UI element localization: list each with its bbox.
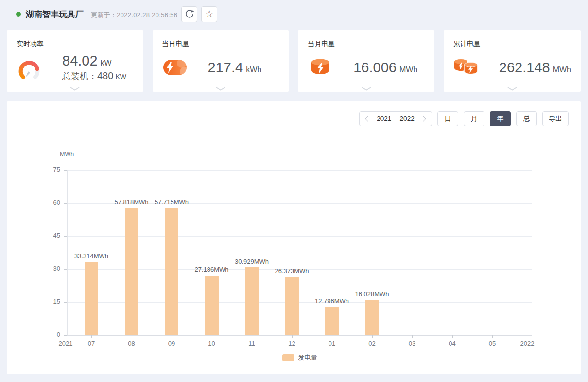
- bar-value-label: 12.796MWh: [305, 298, 359, 305]
- x-axis-tick: [492, 335, 493, 338]
- bar-value-label: 57.715MWh: [145, 199, 198, 206]
- legend-label: 发电量: [298, 353, 317, 362]
- stat-cards-row: 实时功率 84.0: [7, 30, 581, 92]
- card-title: 实时功率: [17, 40, 134, 49]
- refresh-button[interactable]: [181, 6, 197, 22]
- bar[interactable]: [245, 267, 259, 335]
- card-values: 84.02kW 总装机：480KW: [62, 53, 126, 82]
- card-expand-button[interactable]: [361, 86, 372, 91]
- card-title: 累计电量: [453, 40, 571, 49]
- stat-card-total-energy: 累计电量: [444, 30, 581, 92]
- x-axis-tick: [172, 335, 172, 338]
- bar[interactable]: [85, 262, 98, 335]
- daily-energy-value: 217.4: [208, 60, 243, 75]
- gauge-icon: [17, 55, 42, 80]
- x-tick-label: 07: [77, 340, 106, 347]
- stat-card-daily-energy: 当日电量: [153, 30, 289, 92]
- card-expand-button[interactable]: [507, 86, 518, 91]
- card-expand-button[interactable]: [69, 86, 80, 91]
- refresh-icon: [184, 9, 195, 19]
- header: 湖南智丰玩具厂 更新于：2022.02.28 20:56:56 ☆: [0, 0, 588, 28]
- card-values: 262.148MWh: [499, 60, 571, 76]
- bar-value-label: 16.028MWh: [346, 290, 399, 298]
- monthly-energy-value: 16.006: [353, 60, 397, 75]
- power-value: 84.02: [62, 53, 98, 68]
- stat-card-monthly-energy: 当月电量 16.006MWh: [298, 30, 434, 92]
- energy-cylinder-icon: [308, 55, 333, 80]
- x-axis-tick: [252, 335, 252, 338]
- y-tick-label: 30: [35, 265, 60, 272]
- bar-chart: 015304560750733.314MWh0857.818MWh0957.71…: [7, 101, 581, 374]
- online-status-dot: [16, 12, 21, 17]
- x-axis-tick: [292, 335, 293, 338]
- y-tick-label: 60: [35, 199, 60, 206]
- y-tick-label: 0: [35, 331, 60, 338]
- x-axis-tick: [212, 335, 212, 338]
- x-axis-year-label: 2022: [513, 340, 542, 347]
- card-values: 16.006MWh: [353, 60, 417, 76]
- bar-value-label: 26.373MWh: [265, 267, 319, 275]
- total-energy-value: 262.148: [499, 60, 550, 75]
- chevron-down-icon: [507, 86, 518, 91]
- card-body: 262.148MWh: [453, 51, 571, 83]
- x-tick-label: 03: [398, 340, 427, 347]
- x-axis-tick: [452, 335, 453, 338]
- x-tick-label: 10: [197, 340, 226, 347]
- chevron-down-icon: [69, 86, 80, 91]
- card-body: 16.006MWh: [308, 51, 425, 83]
- y-axis-tick: [64, 335, 67, 336]
- x-tick-label: 04: [438, 340, 467, 347]
- installed-capacity-label: 总装机：: [62, 71, 97, 81]
- y-tick-label: 75: [35, 166, 60, 173]
- bar[interactable]: [365, 300, 379, 335]
- card-title: 当月电量: [308, 40, 425, 49]
- x-axis-tick: [132, 335, 132, 338]
- installed-capacity-unit: KW: [115, 73, 126, 81]
- x-axis-year-label: 2021: [51, 340, 80, 347]
- x-axis-tick: [412, 335, 413, 338]
- power-unit: kW: [101, 59, 112, 67]
- x-tick-label: 09: [157, 340, 186, 347]
- x-axis-tick: [332, 335, 332, 338]
- x-tick-label: 11: [237, 340, 266, 347]
- card-body: 217.4kWh: [162, 51, 279, 83]
- card-values: 217.4kWh: [208, 60, 262, 76]
- energy-cylinders-icon: [453, 55, 479, 80]
- x-tick-label: 01: [317, 340, 346, 347]
- chevron-down-icon: [215, 86, 226, 91]
- generation-chart-card: 2021— 2022 日月年总导出 MWh 015304560750733.31…: [7, 101, 581, 374]
- bar-value-label: 27.186MWh: [185, 266, 239, 273]
- legend-swatch: [282, 354, 294, 361]
- favorite-button[interactable]: ☆: [201, 6, 217, 22]
- y-tick-label: 45: [35, 232, 60, 239]
- monthly-energy-unit: MWh: [399, 66, 417, 74]
- bar[interactable]: [125, 208, 138, 335]
- dashboard-page: 湖南智丰玩具厂 更新于：2022.02.28 20:56:56 ☆ 实时功率: [0, 0, 588, 382]
- x-tick-label: 08: [117, 340, 146, 347]
- grid-line: [67, 170, 532, 171]
- x-tick-label: 12: [277, 340, 307, 347]
- installed-capacity-line: 总装机：480KW: [62, 70, 126, 82]
- bar[interactable]: [165, 208, 178, 335]
- star-icon: ☆: [205, 9, 213, 18]
- x-tick-label: 02: [358, 340, 387, 347]
- value-line: 84.02kW: [62, 53, 126, 69]
- bar[interactable]: [205, 276, 219, 335]
- plant-title: 湖南智丰玩具厂: [26, 9, 84, 20]
- card-expand-button[interactable]: [215, 86, 226, 91]
- chevron-down-icon: [361, 86, 372, 91]
- bar-value-label: 33.314MWh: [65, 252, 118, 260]
- card-title: 当日电量: [162, 40, 279, 49]
- bar[interactable]: [285, 277, 299, 335]
- x-axis-line: [67, 335, 532, 336]
- y-tick-label: 15: [35, 298, 60, 305]
- legend-item[interactable]: 发电量: [67, 353, 532, 362]
- daily-energy-unit: kWh: [246, 66, 261, 74]
- updated-timestamp: 更新于：2022.02.28 20:56:56: [91, 11, 177, 19]
- bar[interactable]: [325, 307, 339, 335]
- x-tick-label: 05: [478, 340, 507, 347]
- bar-value-label: 30.929MWh: [225, 258, 278, 265]
- x-axis-tick: [91, 335, 92, 338]
- total-energy-unit: MWh: [553, 66, 571, 74]
- bolt-capsule-icon: [162, 55, 188, 80]
